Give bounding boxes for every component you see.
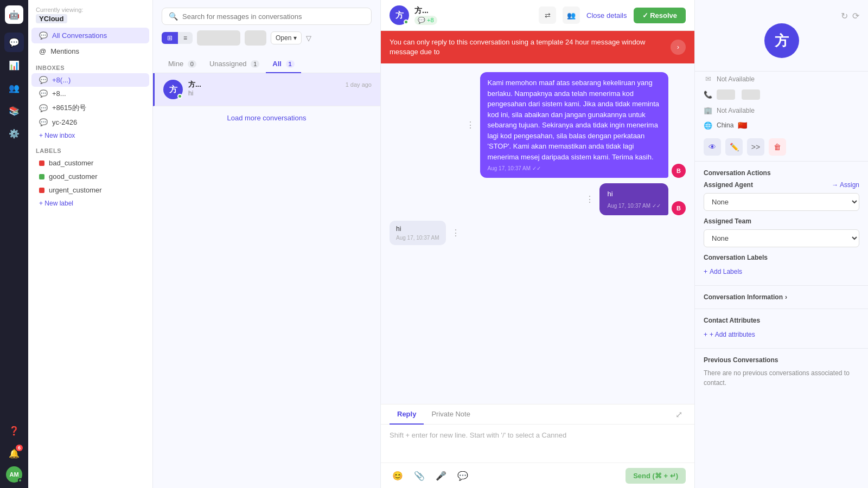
assigned-team-select[interactable]: None	[704, 229, 859, 247]
message-3-wrap: hi Aug 17, 10:37 AM ⋮	[390, 221, 462, 245]
status-chevron-icon: ▾	[293, 34, 297, 42]
label-item-urgent-customer[interactable]: urgent_customer	[31, 183, 149, 197]
emoji-btn[interactable]: 😊	[390, 467, 406, 484]
nav-contacts[interactable]: 👥	[4, 78, 24, 98]
conv-tabs: Mine 0 Unassigned 1 All 1	[153, 55, 380, 73]
send-button[interactable]: Send (⌘ + ↵)	[626, 468, 686, 484]
toggle-list[interactable]: ≡	[178, 32, 193, 44]
user-avatar[interactable]: AM	[6, 466, 22, 483]
inbox-whatsapp-icon-4: 💬	[39, 118, 48, 126]
globe-icon: 🌐	[704, 121, 712, 130]
conv-info-1: 方... 1 day ago hi	[188, 80, 372, 97]
alert-arrow-btn[interactable]: ›	[671, 40, 686, 55]
label-dot-good	[39, 174, 44, 179]
inbox-item-1[interactable]: 💬 +8(...)	[31, 73, 149, 87]
labels-title: Labels	[28, 142, 152, 156]
message-1-avatar: B	[672, 164, 686, 178]
tab-unassigned-label: Unassigned	[209, 60, 247, 68]
nav-help[interactable]: ❓	[4, 421, 24, 440]
msg-more-3[interactable]: ⋮	[449, 228, 462, 238]
status-label: Open	[276, 34, 291, 42]
sidebar-header: Currently viewing: YCloud	[28, 0, 152, 28]
label-item-bad-customer[interactable]: bad_customer	[31, 156, 149, 170]
reply-tab-note[interactable]: Private Note	[424, 404, 478, 425]
reply-tab-reply[interactable]: Reply	[390, 404, 424, 425]
tab-mine[interactable]: Mine 0	[162, 55, 203, 73]
tab-unassigned[interactable]: Unassigned 1	[203, 55, 266, 73]
profile-edit-icon[interactable]: ↻	[841, 11, 848, 21]
label-item-good-customer[interactable]: good_customer	[31, 170, 149, 183]
inboxes-title: Inboxes	[28, 59, 152, 73]
prev-conv-title: Previous Conversations	[704, 356, 859, 364]
new-inbox-label: + New inbox	[39, 132, 75, 139]
contact-profile: ↻ ⟳ 方	[695, 0, 868, 72]
attach-btn[interactable]: 📎	[411, 467, 427, 484]
assigned-agent-block: Assigned Agent → Assign None	[704, 181, 859, 211]
conv-preview-1: hi	[188, 89, 372, 97]
contact-forward-btn[interactable]: >>	[747, 138, 764, 156]
inbox-whatsapp-icon-2: 💬	[39, 89, 48, 98]
inbox-item-2[interactable]: 💬 +8...	[31, 87, 149, 100]
assigned-agent-select[interactable]: None	[704, 193, 859, 211]
nav-conversations[interactable]: 💬	[4, 33, 24, 52]
conv-item-1[interactable]: 方 方... 1 day ago hi	[153, 73, 380, 106]
message-1-bubble: Kami memohon maaf atas sebarang kekeliru…	[480, 72, 669, 178]
nav-reports[interactable]: 📊	[4, 55, 24, 75]
add-attrs-btn[interactable]: + + Add attributes	[704, 329, 859, 341]
mentions-label: Mentions	[50, 47, 79, 55]
inbox-item-4[interactable]: 💬 yc-2426	[31, 115, 149, 129]
message-1-text: Kami memohon maaf atas sebarang kekeliru…	[488, 78, 661, 162]
nav-labels[interactable]: 📚	[4, 101, 24, 120]
contact-view-btn[interactable]: 👁	[704, 138, 721, 156]
header-contacts-btn[interactable]: 👥	[563, 7, 580, 24]
close-details-btn[interactable]: Close details	[586, 11, 627, 20]
info-row-country: 🌐 China 🇨🇳	[695, 118, 868, 133]
inbox-item-3[interactable]: 💬 +8615的号	[31, 100, 149, 115]
all-conv-label: All Conversations	[52, 31, 107, 40]
resolve-button[interactable]: ✓ Resolve	[634, 8, 686, 23]
user-online-indicator	[18, 478, 22, 483]
conversation-actions-section: Conversation Actions Assigned Agent → As…	[695, 162, 868, 286]
conv-info-title[interactable]: Conversation Information ›	[704, 293, 859, 301]
sidebar-item-all-conversations[interactable]: 💬 All Conversations	[31, 28, 149, 43]
contact-delete-btn[interactable]: 🗑	[769, 138, 786, 156]
assign-link[interactable]: → Assign	[832, 181, 859, 189]
tab-all[interactable]: All 1	[266, 55, 301, 73]
conv-info-chevron: ›	[785, 293, 787, 301]
label-name-urgent: urgent_customer	[49, 186, 102, 194]
viewing-label: Currently viewing:	[36, 7, 145, 13]
nav-notifications[interactable]: 🔔 6	[4, 444, 24, 463]
reply-input-area[interactable]: Shift + enter for new line. Start with '…	[381, 425, 694, 463]
search-input[interactable]	[182, 12, 365, 21]
search-bar: 🔍	[162, 8, 372, 25]
filter-bar	[197, 30, 240, 46]
message-2-bubble: hi Aug 17, 10:37 AM ✓✓	[599, 183, 668, 215]
inbox-whatsapp-icon-1: 💬	[39, 76, 48, 84]
filter-icon[interactable]: ▽	[306, 34, 311, 42]
msg-more-2[interactable]: ⋮	[583, 194, 596, 204]
reply-expand-icon[interactable]: ⤢	[672, 406, 686, 423]
profile-refresh-icon[interactable]: ⟳	[852, 11, 859, 21]
email-icon: ✉	[704, 75, 712, 83]
add-labels-btn[interactable]: + Add Labels	[704, 266, 859, 278]
toggle-grid[interactable]: ⊞	[162, 32, 178, 44]
reply-placeholder: Shift + enter for new line. Start with '…	[390, 431, 566, 439]
msg-more-1[interactable]: ⋮	[464, 120, 477, 130]
new-inbox-link[interactable]: + New inbox	[31, 129, 149, 142]
load-more-btn[interactable]: Load more conversations	[153, 106, 380, 130]
chat-contact-avatar: 方	[390, 5, 409, 25]
label-dot-urgent	[39, 188, 44, 193]
sidebar-item-mentions[interactable]: @ Mentions	[31, 43, 149, 59]
mic-btn[interactable]: 🎤	[433, 467, 449, 484]
header-transfer-btn[interactable]: ⇄	[539, 7, 556, 24]
app-logo: 🤖	[5, 5, 23, 24]
label-name-good: good_customer	[49, 172, 98, 181]
new-label-link[interactable]: + New label	[31, 197, 149, 210]
status-select[interactable]: Open ▾	[271, 31, 302, 44]
chat-header-right-actions: ⇄ 👥 Close details ✓ Resolve	[539, 7, 686, 24]
conv-name-1: 方...	[188, 80, 201, 89]
contact-edit-btn[interactable]: ✏️	[725, 138, 743, 156]
nav-settings[interactable]: ⚙️	[4, 124, 24, 143]
whatsapp-btn[interactable]: 💬	[455, 467, 471, 484]
add-attrs-plus: +	[704, 331, 707, 338]
